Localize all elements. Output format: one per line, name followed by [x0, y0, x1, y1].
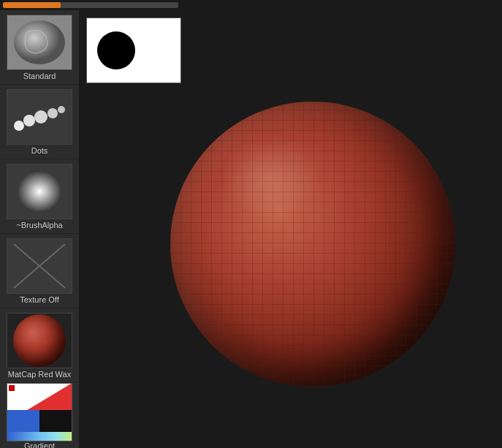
dots-label: Dots [31, 146, 48, 155]
thumbnail-standard [7, 15, 72, 70]
progress-bar-container [3, 2, 178, 8]
gradient-black [39, 410, 72, 432]
top-bar [0, 0, 502, 10]
sidebar-item-standard[interactable]: Standard [0, 10, 79, 85]
matcap-label: MatCap Red Wax [8, 370, 71, 379]
gradient-picker[interactable] [7, 383, 72, 441]
sidebar-item-gradient[interactable]: Gradient [0, 383, 79, 448]
sidebar-item-texture-off[interactable]: Texture Off [0, 234, 79, 308]
dots-svg [10, 95, 69, 139]
sphere-container [123, 39, 502, 448]
main-layout: Standard Dots [0, 10, 502, 448]
sidebar-item-dots[interactable]: Dots [0, 85, 79, 159]
color-indicator-red[interactable] [7, 384, 16, 392]
thumbnail-texture-off [7, 238, 72, 294]
matcap-sphere-preview [13, 314, 66, 367]
svg-point-5 [58, 106, 65, 113]
svg-point-0 [14, 20, 65, 64]
svg-point-2 [23, 115, 35, 126]
gradient-bar [7, 432, 72, 441]
sidebar: Standard Dots [0, 10, 79, 448]
standard-brush-svg [10, 17, 69, 68]
sidebar-item-brushalpha[interactable]: ~BrushAlpha [0, 159, 79, 234]
thumbnail-matcap [7, 313, 72, 368]
brushalpha-label: ~BrushAlpha [16, 221, 62, 229]
svg-point-4 [47, 108, 58, 118]
texture-off-label: Texture Off [20, 295, 59, 304]
svg-point-3 [34, 110, 47, 124]
sidebar-item-matcap[interactable]: MatCap Red Wax [0, 308, 79, 383]
gradient-label: Gradient [24, 441, 55, 448]
progress-bar-fill [3, 2, 61, 8]
svg-point-1 [14, 121, 24, 131]
brushalpha-svg [10, 166, 69, 217]
gradient-picker-inner [7, 384, 72, 441]
standard-label: Standard [23, 72, 56, 80]
content-area [79, 10, 502, 448]
thumbnail-dots [7, 89, 72, 145]
texture-off-svg [10, 240, 69, 292]
3d-sphere [170, 102, 455, 387]
thumbnail-brushalpha [7, 164, 72, 219]
svg-point-6 [18, 171, 61, 212]
gradient-blue [7, 410, 39, 432]
